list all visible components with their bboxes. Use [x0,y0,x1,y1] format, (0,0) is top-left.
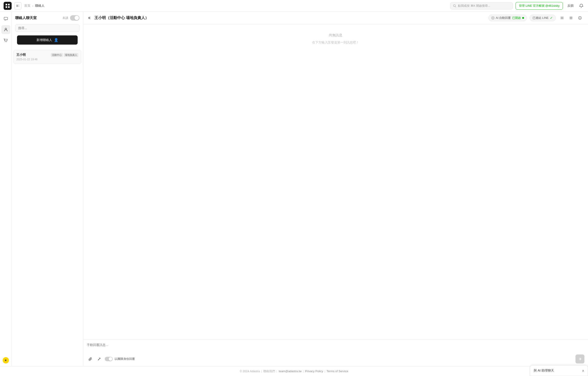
list-icon[interactable] [558,14,566,22]
footer-terms-link[interactable]: Terms of Service [327,369,348,373]
team-reply-toggle[interactable] [105,357,113,361]
ai-label: AI 自動回覆 [496,16,511,20]
add-contact-label: 新增聯絡人 [36,38,52,42]
gear-icon[interactable] [567,14,575,22]
app-logo [4,2,12,10]
breadcrumb: 首頁 › 聯絡人 [24,4,448,8]
breadcrumb-home[interactable]: 首頁 [24,4,31,8]
no-message-hint: 在下方輸入匡發送第一則訊息吧！ [312,41,359,44]
chat-title: 王小明（活動中心 場地負責人） [94,15,486,20]
contact-tag: 場地負責人 [64,53,78,57]
footer-pipe1: | [261,369,262,373]
topbar: 首頁 › 聯絡人 點我或按 ⌘K 開啟搜尋... 管理 LINE 官方帳號 @4… [0,0,588,12]
footer-contact-label: 聯絡我們： [263,369,278,373]
svg-rect-6 [18,6,19,7]
team-reply-wrap: 以團隊身份回覆 [105,357,135,361]
sidebar-item-shop[interactable] [1,36,10,45]
svg-point-10 [5,28,7,30]
line-check-icon: ✓ [550,16,553,20]
footer-pipe2: | [303,369,304,373]
footer-copyright: © 2024 Adastra [240,369,260,373]
notification-bell[interactable] [578,3,584,9]
contact-search-wrap [12,22,83,33]
send-button[interactable] [576,354,584,364]
chat-input-area: 以團隊身份回覆 [83,339,588,366]
svg-rect-5 [18,5,19,6]
contact-time: 2025-01-22 19:46 [16,58,78,61]
contact-tags: 活動中心 場地負責人 [51,53,78,57]
add-contact-button[interactable]: 新增聯絡人 👤 [17,35,78,44]
svg-rect-4 [17,5,18,7]
svg-rect-3 [8,6,10,8]
main-layout: ☀ 聯絡人聊天室 未讀 新增聯絡人 👤 王小明 [0,12,588,366]
add-contact-icon: 👤 [54,38,58,42]
unread-toggle[interactable] [70,15,79,21]
message-input[interactable] [87,343,584,352]
no-message-title: 尚無訊息 [329,33,342,37]
manage-line-button[interactable]: 管理 LINE 官方帳號 @461sisky [515,2,563,10]
breadcrumb-current: 聯絡人 [35,4,44,8]
sidebar-item-chat[interactable] [1,14,10,23]
global-search[interactable]: 點我或按 ⌘K 開啟搜尋... [450,2,513,9]
svg-rect-2 [6,6,7,8]
contact-panel-title: 聯絡人聊天室 [15,16,37,20]
line-label: 已連結 LINE [533,16,549,20]
contact-panel: 聯絡人聊天室 未讀 新增聯絡人 👤 王小明 活動中心 [12,12,83,366]
attach-button[interactable] [87,355,94,363]
svg-rect-0 [6,4,7,5]
svg-rect-9 [4,17,8,20]
contact-item[interactable]: 王小明 活動中心 場地負責人 2025-01-22 19:46 [13,50,81,64]
contact-name: 王小明 [16,53,26,57]
contact-list: 王小明 活動中心 場地負責人 2025-01-22 19:46 [12,48,83,366]
ai-status-dot [522,17,524,19]
sidebar-item-contacts[interactable] [1,25,10,34]
unread-label: 未讀 [63,16,68,20]
magic-button[interactable] [96,355,103,363]
svg-line-8 [455,6,456,7]
chat-actions [558,14,584,22]
line-connected-badge[interactable]: 已連結 LINE ✓ [530,15,556,21]
icon-sidebar: ☀ [0,12,12,366]
ai-status-badge[interactable]: AI 自動回覆 已開啟 [488,15,527,21]
svg-rect-1 [8,4,10,5]
svg-point-12 [6,42,7,42]
search-placeholder: 點我或按 ⌘K 開啟搜尋... [458,4,490,8]
chat-header: 王小明（活動中心 場地負責人） AI 自動回覆 已開啟 已連結 LINE ✓ [83,12,588,24]
input-tools: 以團隊身份回覆 [87,355,135,363]
team-reply-label: 以團隊身份回覆 [115,357,135,361]
info-icon[interactable] [576,14,584,22]
ai-chat-label: 與 AI 助理聊天 [534,369,554,373]
chat-messages: 尚無訊息 在下方輸入匡發送第一則訊息吧！ [83,24,588,339]
contact-tag: 活動中心 [51,53,63,57]
footer: © 2024 Adastra | 聯絡我們： team@adastra.tw |… [0,366,588,376]
feedback-button[interactable]: 反饋 [566,3,576,9]
contact-panel-header: 聯絡人聊天室 未讀 [12,12,83,22]
footer-pipe3: | [325,369,325,373]
footer-email[interactable]: team@adastra.tw [279,369,302,373]
ai-chat-chevron-icon: ∧ [582,369,584,372]
contact-search-input[interactable] [15,24,79,32]
ai-chat-button[interactable]: 與 AI 助理聊天 ∧ [530,365,588,376]
footer-privacy-link[interactable]: Privacy Policy [305,369,323,373]
breadcrumb-separator: › [32,4,33,8]
sidebar-toggle-button[interactable] [14,2,21,9]
svg-point-17 [571,17,572,18]
chat-input-bottom: 以團隊身份回覆 [87,354,584,364]
svg-point-11 [5,42,6,42]
chat-area: 王小明（活動中心 場地負責人） AI 自動回覆 已開啟 已連結 LINE ✓ [83,12,588,366]
svg-point-20 [580,17,580,17]
sun-badge: ☀ [3,357,9,364]
ai-status-text: 已開啟 [512,16,521,20]
collapse-button[interactable] [88,16,92,20]
